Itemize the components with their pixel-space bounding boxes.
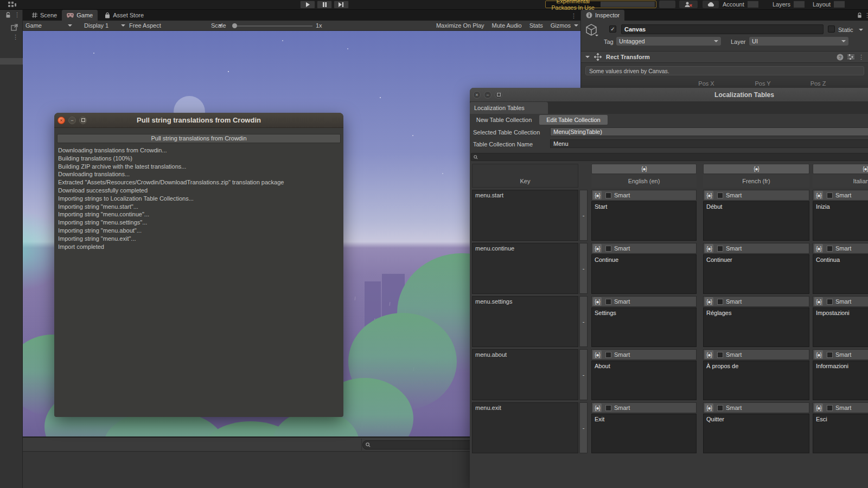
game-panel-menu-icon[interactable]: ⋮ [571,12,577,20]
window-close-button[interactable]: × [473,91,481,99]
selected-collection-field[interactable]: Menu(StringTable) [550,127,868,136]
translation-cell-fr[interactable]: Début [703,201,809,241]
remove-entry-button[interactable]: - [579,349,588,400]
italian-column-settings-button[interactable]: {●} [813,164,868,174]
metadata-button[interactable]: {●} [593,191,602,200]
account-dropdown[interactable]: Account [723,1,758,8]
tab-scene[interactable]: Scene [27,10,62,21]
grid-tool-icon[interactable] [5,1,17,8]
inspector-lock-icon[interactable] [857,12,863,18]
gameobject-icon-dropdown[interactable] [595,35,598,36]
experimental-packages-warning[interactable]: Experimental Packages In Use [545,1,656,8]
smart-checkbox[interactable] [605,192,611,198]
lock-icon[interactable] [5,12,11,18]
smart-checkbox[interactable] [827,405,833,411]
remove-entry-button[interactable]: - [579,243,588,294]
tab-localization-tables[interactable]: Localization Tables [470,102,548,114]
metadata-button[interactable]: {●} [814,403,823,412]
scale-slider-knob[interactable] [232,23,237,28]
stats-toggle[interactable]: Stats [529,22,543,29]
translation-cell-it[interactable]: Continua [813,254,868,294]
step-button[interactable] [334,1,349,9]
metadata-button[interactable]: {●} [705,297,713,306]
metadata-button[interactable]: {●} [814,297,823,306]
component-menu-icon[interactable]: ⋮ [858,54,864,61]
window-minimize-button[interactable]: − [484,91,492,99]
key-cell[interactable]: menu.start [472,190,578,241]
metadata-button[interactable]: {●} [593,244,602,253]
maximize-on-play-toggle[interactable]: Maximize On Play [436,22,484,29]
collab-button[interactable] [679,1,698,8]
translation-cell-en[interactable]: Exit [591,414,697,453]
crowdin-titlebar[interactable]: × − Pull string translations from Crowdi… [54,113,343,128]
undo-history-button[interactable] [659,1,675,8]
cloud-button[interactable] [703,1,719,8]
layout-dropdown[interactable]: Layout [813,1,845,8]
smart-checkbox[interactable] [605,405,611,411]
translation-cell-it[interactable]: Inizia [813,201,868,241]
french-column-settings-button[interactable]: {●} [703,164,809,174]
object-name-field[interactable]: Canvas [621,24,824,34]
static-checkbox[interactable] [828,25,835,33]
metadata-button[interactable]: {●} [705,191,713,200]
layer-dropdown[interactable]: UI [749,37,848,46]
warning-dropdown-thumb[interactable] [601,2,655,7]
collection-name-field[interactable]: Menu [550,139,868,148]
help-icon[interactable]: ? [837,54,844,61]
strip-menu2-icon[interactable]: ⋮ [12,34,18,41]
layers-dropdown[interactable]: Layers [773,1,805,8]
metadata-button[interactable]: {●} [593,403,602,412]
render-target-dropdown[interactable]: Game [25,21,72,30]
translation-cell-fr[interactable]: Réglages [703,307,809,347]
tab-inspector[interactable]: Inspector [581,10,624,21]
new-table-collection-button[interactable]: New Table Collection [471,115,537,125]
localization-titlebar[interactable]: × − Localization Tables [470,88,868,102]
pause-button[interactable] [317,1,332,9]
metadata-button[interactable]: {●} [593,297,602,306]
smart-checkbox[interactable] [605,299,611,305]
edit-table-collection-button[interactable]: Edit Table Collection [539,115,608,125]
metadata-button[interactable]: {●} [814,350,823,359]
smart-checkbox[interactable] [605,246,611,252]
smart-checkbox[interactable] [827,246,833,252]
smart-checkbox[interactable] [717,299,723,305]
scale-slider-track[interactable] [236,25,312,27]
translation-cell-fr[interactable]: Quitter [703,414,809,453]
key-cell[interactable]: menu.continue [472,243,578,294]
smart-checkbox[interactable] [827,192,833,198]
translation-cell-en[interactable]: Settings [591,307,697,347]
translation-cell-it[interactable]: Informazioni [813,361,868,400]
translation-cell-en[interactable]: Start [591,201,697,241]
translation-cell-it[interactable]: Impostazioni [813,307,868,347]
remove-entry-button[interactable]: - [579,296,588,347]
mute-audio-toggle[interactable]: Mute Audio [492,22,522,29]
tab-asset-store[interactable]: Asset Store [100,10,149,21]
foldout-arrow[interactable] [585,56,590,58]
english-column-header[interactable]: English (en) [591,175,697,188]
translation-cell-it[interactable]: Esci [813,414,868,453]
key-cell[interactable]: menu.exit [472,402,578,453]
smart-checkbox[interactable] [827,352,833,358]
metadata-button[interactable]: {●} [593,350,602,359]
smart-checkbox[interactable] [605,352,611,358]
english-column-settings-button[interactable]: {●} [591,164,697,174]
smart-checkbox[interactable] [717,405,723,411]
display-dropdown[interactable]: Display 1 [84,21,125,30]
strip-menu-icon[interactable]: ⋮ [14,11,20,18]
presets-icon[interactable] [847,54,854,60]
play-button[interactable] [300,1,315,9]
tag-dropdown[interactable]: Untagged [616,37,721,46]
active-checkbox[interactable]: ✓ [609,25,616,33]
smart-checkbox[interactable] [717,192,723,198]
key-cell[interactable]: menu.about [472,349,578,400]
translation-cell-fr[interactable]: À propos de [703,361,809,400]
tab-game[interactable]: Game [62,10,98,21]
inspector-menu-icon[interactable]: ⋮ [864,12,868,19]
smart-checkbox[interactable] [717,246,723,252]
metadata-button[interactable]: {●} [705,350,713,359]
italian-column-header[interactable]: Italian (it) [813,175,868,188]
key-column-header[interactable]: Key [472,164,578,188]
translation-cell-fr[interactable]: Continuer [703,254,809,294]
key-cell[interactable]: menu.settings [472,296,578,347]
metadata-button[interactable]: {●} [705,403,713,412]
